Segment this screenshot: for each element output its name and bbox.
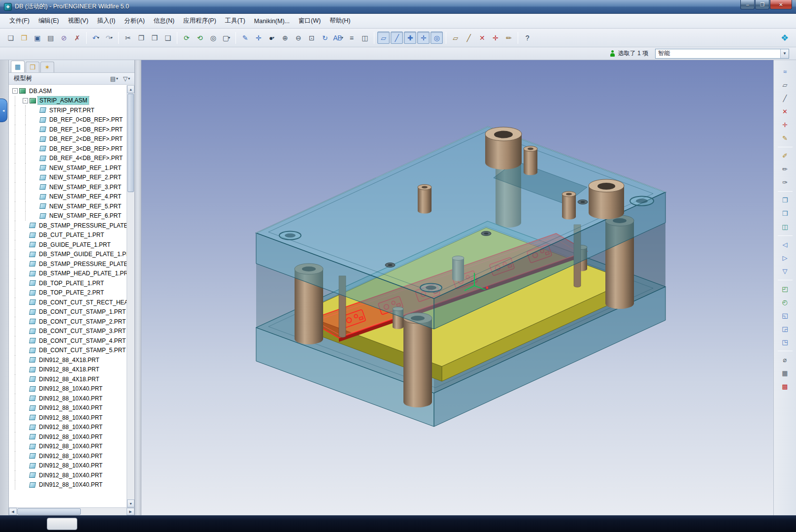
erase-not-displayed-icon[interactable]: ⊘	[58, 32, 70, 44]
spin-center-icon[interactable]: ✛	[252, 32, 265, 44]
mirror-icon[interactable]: ◱	[778, 309, 792, 322]
taskbar-item[interactable]	[47, 518, 77, 530]
tree-item[interactable]: DIN912_88_10X40.PRT	[9, 403, 127, 413]
combo-dropdown-icon[interactable]: ▼	[780, 49, 789, 58]
tree-item[interactable]: DIN912_88_10X40.PRT	[9, 451, 127, 461]
saved-views-icon[interactable]: AB▾	[332, 32, 344, 44]
tree-item[interactable]: DIN912_88_10X40.PRT	[9, 432, 127, 442]
tree-item[interactable]: DB_REF_3<DB_REF>.PRT	[9, 144, 127, 154]
suppress-icon[interactable]: ▽	[778, 265, 792, 277]
datum-point-display-icon[interactable]: ✚	[404, 32, 416, 44]
measure-icon[interactable]: ⌀	[778, 354, 792, 366]
tree-item[interactable]: STRIP_PRT.PRT	[9, 105, 127, 115]
tree-item[interactable]: DIN912_88_4X18.PRT	[9, 374, 127, 384]
datum-plane-tool-icon[interactable]: ▱	[449, 32, 462, 44]
tree-item[interactable]: DB_REF_4<DB_REF>.PRT	[9, 154, 127, 164]
round-icon[interactable]: ◳	[778, 336, 792, 348]
menu-help[interactable]: 帮助(H)	[325, 15, 355, 27]
refit-icon[interactable]: ⊡	[305, 32, 318, 44]
tree-show-button[interactable]: ▤ ▾	[107, 74, 120, 84]
scroll-left-icon[interactable]: ◀	[9, 508, 17, 515]
folder-browser-tab[interactable]: ❒	[26, 62, 39, 72]
edit-datum-plane-icon[interactable]: ✐	[778, 150, 792, 162]
datum-axis-display-icon[interactable]: ╱	[391, 32, 403, 44]
undo-icon[interactable]: ↶▾	[90, 32, 102, 44]
print-icon[interactable]: ▤	[44, 32, 57, 44]
tree-item[interactable]: DB_TOP_PLATE_2.PRT	[9, 288, 127, 298]
scroll-down-icon[interactable]: ▼	[127, 499, 134, 507]
close-button[interactable]: ✕	[770, 0, 792, 9]
tree-item[interactable]: DB_REF_1<DB_REF>.PRT	[9, 125, 127, 134]
tree-item[interactable]: DB_REF_2<DB_REF>.PRT	[9, 134, 127, 144]
datum-csys-display-icon[interactable]: ✛	[417, 32, 430, 44]
select-box-icon[interactable]: ▢▾	[220, 32, 232, 44]
tree-item[interactable]: DB_CONT_CUT_STAMP_4.PRT	[9, 336, 127, 346]
datum-axis-icon[interactable]: ╱	[778, 92, 792, 104]
paste-icon[interactable]: ❒	[148, 32, 161, 44]
scroll-right-icon[interactable]: ▶	[127, 508, 134, 515]
menu-tools[interactable]: 工具(T)	[221, 15, 250, 27]
copy-icon[interactable]: ❐	[135, 32, 147, 44]
tree-item[interactable]: NEW_STAMP_REF_5.PRT	[9, 201, 127, 211]
tree-item[interactable]: NEW_STAMP_REF_3.PRT	[9, 182, 127, 192]
grid-display-icon[interactable]: ▩	[778, 380, 792, 393]
tree-item[interactable]: DB_STAMP_GUIDE_PLATE_1.PRT	[9, 250, 127, 260]
open-file-icon[interactable]: ❒	[18, 32, 30, 44]
datum-plane-display-icon[interactable]: ▱	[377, 32, 390, 44]
menu-window[interactable]: 窗口(W)	[294, 15, 325, 27]
tree-expander[interactable]: -	[23, 98, 28, 103]
tree-item[interactable]: DB_REF_0<DB_REF>.PRT	[9, 115, 127, 125]
new-file-icon[interactable]: ❏	[4, 32, 17, 44]
pattern-icon[interactable]: ◲	[778, 323, 792, 335]
model-tree-tab[interactable]: ▦	[11, 61, 25, 72]
tree-item[interactable]: DB_STAMP_HEAD_PLATE_1.PRT	[9, 269, 127, 279]
save-icon[interactable]: ▣	[31, 32, 43, 44]
tree-item[interactable]: DIN912_88_10X40.PRT	[9, 394, 127, 403]
menu-manikin[interactable]: Manikin(M)...	[250, 16, 294, 27]
paste-special-icon[interactable]: ❑	[162, 32, 174, 44]
revolve-icon[interactable]: ◴	[778, 296, 792, 308]
curve-chain-icon[interactable]: ≈	[778, 66, 792, 78]
tree-item[interactable]: - STRIP_ASM.ASM	[9, 96, 127, 106]
selection-filter-combo[interactable]: 智能 ▼	[655, 49, 789, 59]
extrude-icon[interactable]: ◰	[778, 283, 792, 295]
zoom-in-icon[interactable]: ⊕	[279, 32, 291, 44]
datum-csys-tool-icon[interactable]: ✛	[489, 32, 501, 44]
cut-icon[interactable]: ✂	[122, 32, 134, 44]
scrollbar-thumb[interactable]	[128, 94, 134, 192]
tree-item[interactable]: DIN912_88_10X40.PRT	[9, 384, 127, 394]
regenerate-manager-icon[interactable]: ⟲	[194, 32, 206, 44]
tree-vertical-scrollbar[interactable]: ▲ ▼	[127, 85, 134, 507]
layers-icon[interactable]: ≡	[345, 32, 358, 44]
datum-plane-icon[interactable]: ▱	[778, 79, 792, 91]
hide-icon[interactable]: ▷	[778, 252, 792, 264]
find-icon[interactable]: ◎	[207, 32, 219, 44]
reorient-icon[interactable]: ↻	[319, 32, 331, 44]
tree-item[interactable]: DIN912_88_10X40.PRT	[9, 461, 127, 471]
delete-old-versions-icon[interactable]: ✗	[71, 32, 83, 44]
scrollbar-thumb[interactable]	[17, 508, 81, 515]
minimize-button[interactable]: –	[740, 0, 755, 9]
tree-item[interactable]: NEW_STAMP_REF_6.PRT	[9, 211, 127, 221]
tree-item[interactable]: - DB.ASM	[9, 86, 127, 96]
tree-item[interactable]: DB_CONT_CUT_STAMP_1.PRT	[9, 307, 127, 317]
favorites-tab[interactable]: ✶	[40, 62, 54, 72]
zoom-out-icon[interactable]: ⊖	[292, 32, 304, 44]
tree-item[interactable]: DIN912_88_10X40.PRT	[9, 442, 127, 452]
datum-axis-tool-icon[interactable]: ╱	[463, 32, 475, 44]
tree-item[interactable]: DIN912_88_10X40.PRT	[9, 480, 127, 490]
copy-geometry-icon[interactable]: ❐	[778, 194, 792, 206]
menu-info[interactable]: 信息(N)	[149, 15, 179, 27]
redo-icon[interactable]: ↷▾	[103, 32, 115, 44]
tree-item[interactable]: NEW_STAMP_REF_4.PRT	[9, 192, 127, 202]
view-manager-icon[interactable]: ◫	[359, 32, 371, 44]
tree-item[interactable]: DIN912_88_4X18.PRT	[9, 365, 127, 375]
edit-sketch-icon[interactable]: ✑	[778, 176, 792, 189]
datum-point-icon[interactable]: ✕	[778, 105, 792, 118]
datum-csys-icon[interactable]: ✛	[778, 119, 792, 131]
navigator-handle[interactable]: ◂	[0, 99, 7, 122]
tree-item[interactable]: DB_CONT_CUT_ST_RECT_HEAD_1.PRT	[9, 298, 127, 307]
3d-viewport[interactable]	[141, 60, 773, 515]
tree-item[interactable]: NEW_STAMP_REF_2.PRT	[9, 173, 127, 183]
tree-settings-button[interactable]: ▽ ▾	[121, 74, 133, 84]
